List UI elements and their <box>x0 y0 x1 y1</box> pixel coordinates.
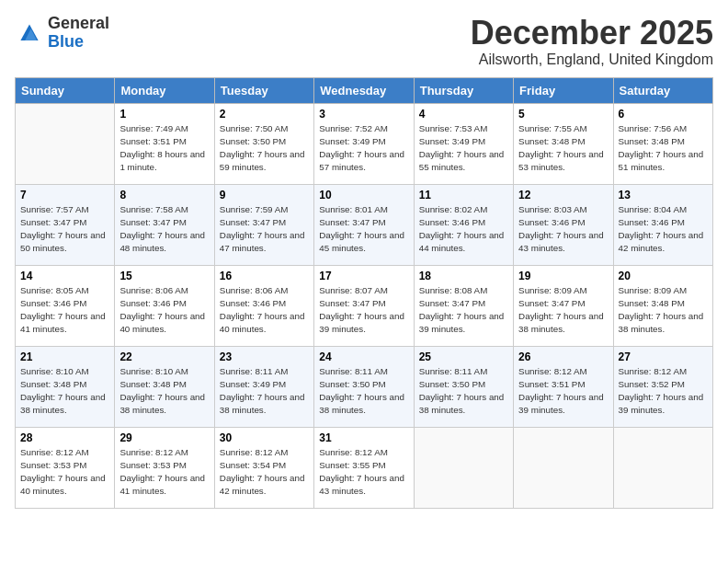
calendar-day-cell: 15 Sunrise: 8:06 AMSunset: 3:46 PMDaylig… <box>115 265 214 346</box>
calendar-day-cell <box>514 427 613 508</box>
day-info: Sunrise: 8:11 AMSunset: 3:49 PMDaylight:… <box>220 365 309 418</box>
calendar-day-cell: 11 Sunrise: 8:02 AMSunset: 3:46 PMDaylig… <box>414 184 513 265</box>
day-info: Sunrise: 7:52 AMSunset: 3:49 PMDaylight:… <box>319 122 408 175</box>
day-number: 25 <box>419 350 508 363</box>
day-info: Sunrise: 7:53 AMSunset: 3:49 PMDaylight:… <box>419 122 508 175</box>
calendar-day-cell: 5 Sunrise: 7:55 AMSunset: 3:48 PMDayligh… <box>514 103 613 184</box>
calendar-day-cell: 26 Sunrise: 8:12 AMSunset: 3:51 PMDaylig… <box>514 346 613 427</box>
day-info: Sunrise: 8:12 AMSunset: 3:55 PMDaylight:… <box>319 446 408 499</box>
day-number: 29 <box>119 431 209 444</box>
day-number: 1 <box>119 108 209 121</box>
day-info: Sunrise: 8:05 AMSunset: 3:46 PMDaylight:… <box>20 284 109 337</box>
calendar-week-row: 21 Sunrise: 8:10 AMSunset: 3:48 PMDaylig… <box>16 346 713 427</box>
calendar-day-cell: 18 Sunrise: 8:08 AMSunset: 3:47 PMDaylig… <box>414 265 513 346</box>
day-info: Sunrise: 8:10 AMSunset: 3:48 PMDaylight:… <box>119 365 209 418</box>
page-header: General Blue December 2025 Ailsworth, En… <box>15 15 713 68</box>
day-number: 22 <box>119 350 209 363</box>
col-tuesday: Tuesday <box>214 77 313 103</box>
calendar-day-cell: 24 Sunrise: 8:11 AMSunset: 3:50 PMDaylig… <box>314 346 414 427</box>
calendar-day-cell: 17 Sunrise: 8:07 AMSunset: 3:47 PMDaylig… <box>314 265 414 346</box>
location-title: Ailsworth, England, United Kingdom <box>471 52 713 68</box>
day-number: 20 <box>619 270 708 282</box>
day-number: 28 <box>20 431 109 444</box>
logo-general: General <box>48 15 109 33</box>
day-number: 16 <box>220 270 309 282</box>
day-info: Sunrise: 7:50 AMSunset: 3:50 PMDaylight:… <box>220 122 309 175</box>
col-monday: Monday <box>115 77 214 103</box>
calendar-day-cell <box>613 427 712 508</box>
col-sunday: Sunday <box>16 77 115 103</box>
calendar-week-row: 14 Sunrise: 8:05 AMSunset: 3:46 PMDaylig… <box>16 265 713 346</box>
day-number: 27 <box>619 350 708 363</box>
day-info: Sunrise: 8:10 AMSunset: 3:48 PMDaylight:… <box>20 365 109 418</box>
col-wednesday: Wednesday <box>314 77 414 103</box>
calendar-day-cell: 9 Sunrise: 7:59 AMSunset: 3:47 PMDayligh… <box>214 184 313 265</box>
day-info: Sunrise: 7:58 AMSunset: 3:47 PMDaylight:… <box>119 203 209 256</box>
calendar-day-cell: 3 Sunrise: 7:52 AMSunset: 3:49 PMDayligh… <box>314 103 414 184</box>
calendar-header-row: Sunday Monday Tuesday Wednesday Thursday… <box>16 77 713 103</box>
day-info: Sunrise: 8:03 AMSunset: 3:46 PMDaylight:… <box>518 203 608 256</box>
title-block: December 2025 Ailsworth, England, United… <box>471 15 713 68</box>
day-number: 18 <box>419 270 508 282</box>
calendar-day-cell: 16 Sunrise: 8:06 AMSunset: 3:46 PMDaylig… <box>214 265 313 346</box>
calendar-week-row: 28 Sunrise: 8:12 AMSunset: 3:53 PMDaylig… <box>16 427 713 508</box>
day-number: 21 <box>20 350 109 363</box>
day-number: 9 <box>220 189 309 201</box>
calendar-day-cell: 25 Sunrise: 8:11 AMSunset: 3:50 PMDaylig… <box>414 346 513 427</box>
day-info: Sunrise: 7:56 AMSunset: 3:48 PMDaylight:… <box>619 122 708 175</box>
day-number: 31 <box>319 431 408 444</box>
day-info: Sunrise: 8:07 AMSunset: 3:47 PMDaylight:… <box>319 284 408 337</box>
calendar-week-row: 1 Sunrise: 7:49 AMSunset: 3:51 PMDayligh… <box>16 103 713 184</box>
day-info: Sunrise: 8:09 AMSunset: 3:47 PMDaylight:… <box>518 284 608 337</box>
day-number: 15 <box>119 270 209 282</box>
calendar-day-cell: 29 Sunrise: 8:12 AMSunset: 3:53 PMDaylig… <box>115 427 214 508</box>
day-number: 19 <box>518 270 608 282</box>
calendar-day-cell: 30 Sunrise: 8:12 AMSunset: 3:54 PMDaylig… <box>214 427 313 508</box>
calendar-table: Sunday Monday Tuesday Wednesday Thursday… <box>15 77 713 509</box>
day-info: Sunrise: 8:12 AMSunset: 3:52 PMDaylight:… <box>619 365 708 418</box>
day-number: 12 <box>518 189 608 201</box>
day-info: Sunrise: 8:09 AMSunset: 3:48 PMDaylight:… <box>619 284 708 337</box>
col-friday: Friday <box>514 77 613 103</box>
day-number: 14 <box>20 270 109 282</box>
day-info: Sunrise: 7:49 AMSunset: 3:51 PMDaylight:… <box>119 122 209 175</box>
calendar-day-cell: 7 Sunrise: 7:57 AMSunset: 3:47 PMDayligh… <box>16 184 115 265</box>
calendar-day-cell: 2 Sunrise: 7:50 AMSunset: 3:50 PMDayligh… <box>214 103 313 184</box>
calendar-day-cell <box>16 103 115 184</box>
calendar-day-cell: 10 Sunrise: 8:01 AMSunset: 3:47 PMDaylig… <box>314 184 414 265</box>
day-info: Sunrise: 8:02 AMSunset: 3:46 PMDaylight:… <box>419 203 508 256</box>
day-info: Sunrise: 8:12 AMSunset: 3:53 PMDaylight:… <box>119 446 209 499</box>
month-title: December 2025 <box>471 15 713 52</box>
day-info: Sunrise: 8:12 AMSunset: 3:51 PMDaylight:… <box>518 365 608 418</box>
calendar-day-cell: 21 Sunrise: 8:10 AMSunset: 3:48 PMDaylig… <box>16 346 115 427</box>
calendar-day-cell: 31 Sunrise: 8:12 AMSunset: 3:55 PMDaylig… <box>314 427 414 508</box>
calendar-day-cell: 1 Sunrise: 7:49 AMSunset: 3:51 PMDayligh… <box>115 103 214 184</box>
day-number: 10 <box>319 189 408 201</box>
day-number: 6 <box>619 108 708 121</box>
calendar-day-cell: 28 Sunrise: 8:12 AMSunset: 3:53 PMDaylig… <box>16 427 115 508</box>
day-info: Sunrise: 7:55 AMSunset: 3:48 PMDaylight:… <box>518 122 608 175</box>
day-number: 23 <box>220 350 309 363</box>
day-info: Sunrise: 7:59 AMSunset: 3:47 PMDaylight:… <box>220 203 309 256</box>
calendar-day-cell: 14 Sunrise: 8:05 AMSunset: 3:46 PMDaylig… <box>16 265 115 346</box>
logo-icon <box>15 18 44 48</box>
calendar-day-cell: 22 Sunrise: 8:10 AMSunset: 3:48 PMDaylig… <box>115 346 214 427</box>
logo: General Blue <box>15 15 109 52</box>
day-number: 5 <box>518 108 608 121</box>
col-saturday: Saturday <box>613 77 712 103</box>
day-number: 30 <box>220 431 309 444</box>
calendar-day-cell: 20 Sunrise: 8:09 AMSunset: 3:48 PMDaylig… <box>613 265 712 346</box>
calendar-day-cell: 8 Sunrise: 7:58 AMSunset: 3:47 PMDayligh… <box>115 184 214 265</box>
day-info: Sunrise: 8:12 AMSunset: 3:53 PMDaylight:… <box>20 446 109 499</box>
calendar-day-cell: 27 Sunrise: 8:12 AMSunset: 3:52 PMDaylig… <box>613 346 712 427</box>
day-info: Sunrise: 8:12 AMSunset: 3:54 PMDaylight:… <box>220 446 309 499</box>
calendar-week-row: 7 Sunrise: 7:57 AMSunset: 3:47 PMDayligh… <box>16 184 713 265</box>
col-thursday: Thursday <box>414 77 513 103</box>
day-number: 8 <box>119 189 209 201</box>
day-number: 24 <box>319 350 408 363</box>
day-number: 13 <box>619 189 708 201</box>
day-info: Sunrise: 8:11 AMSunset: 3:50 PMDaylight:… <box>319 365 408 418</box>
day-info: Sunrise: 8:11 AMSunset: 3:50 PMDaylight:… <box>419 365 508 418</box>
calendar-day-cell: 19 Sunrise: 8:09 AMSunset: 3:47 PMDaylig… <box>514 265 613 346</box>
day-number: 11 <box>419 189 508 201</box>
